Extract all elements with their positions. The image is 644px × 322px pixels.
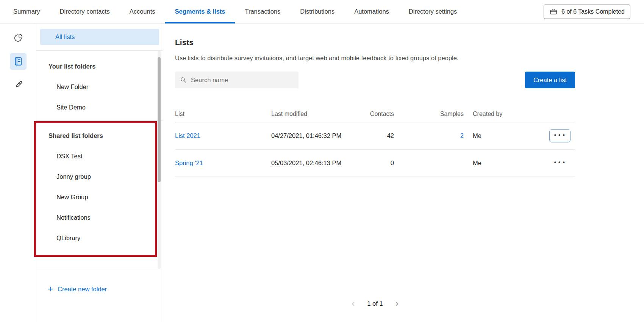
lists-table: List Last modified Contacts Samples Crea… [175,106,575,177]
folder-item-jonny-group[interactable]: Jonny group [36,166,163,187]
tools-button[interactable] [10,77,27,93]
sidebar-footer: + Create new folder [36,269,163,322]
table-header-row: List Last modified Contacts Samples Crea… [175,106,575,122]
your-list-folders-section: Your list folders New Folder Site Demo [36,51,163,117]
tab-transactions[interactable]: Transactions [235,0,290,23]
search-box[interactable] [175,72,299,88]
shared-list-folders-heading: Shared list folders [36,125,163,146]
your-list-folders-heading: Your list folders [36,56,163,77]
folder-item-qlibrary[interactable]: QLibrary [36,228,163,248]
tasks-completed-label: 6 of 6 Tasks Completed [561,8,625,15]
tab-segments-and-lists[interactable]: Segments & lists [165,0,235,23]
tab-directory-contacts[interactable]: Directory contacts [50,0,120,23]
sidebar-scrollbar-thumb[interactable] [158,57,161,182]
page-indicator: 1 of 1 [367,300,383,307]
tab-accounts[interactable]: Accounts [120,0,165,23]
column-header-created-by: Created by [464,111,545,117]
search-icon [180,76,187,84]
table-row: Spring '21 05/03/2021, 02:46:13 PM 0 Me … [175,150,575,177]
plus-icon: + [48,284,53,294]
page-title: Lists [175,38,630,47]
list-toolbar: Create a list [175,72,575,88]
lists-main-panel: Lists Use lists to distribute survey inv… [164,23,644,322]
row-actions: ••• [545,129,575,142]
list-name-link[interactable]: List 2021 [175,132,271,139]
shared-list-folders-section: Shared list folders DSX Test Jonny group… [36,121,163,248]
last-modified-cell: 04/27/2021, 01:46:32 PM [271,132,365,139]
lists-notebook-button[interactable] [10,53,27,70]
segments-pie-chart-button[interactable] [10,30,27,46]
eyedropper-icon [13,80,23,90]
last-modified-cell: 05/03/2021, 02:46:13 PM [271,159,365,167]
pagination: ‹ 1 of 1 › [175,299,575,308]
tab-bar: Summary Directory contacts Accounts Segm… [13,0,467,23]
folder-item-notifications[interactable]: Notifications [36,207,163,228]
previous-page-chevron[interactable]: ‹ [350,299,356,308]
column-header-last-modified: Last modified [271,111,365,117]
row-options-ellipsis-button[interactable]: ••• [549,129,571,142]
column-header-samples: Samples [394,111,464,117]
contacts-cell: 0 [365,159,394,167]
folder-item-new-folder[interactable]: New Folder [36,77,163,97]
briefcase-icon [549,8,558,16]
column-header-list: List [175,111,271,117]
create-new-folder-button[interactable]: + Create new folder [48,284,107,294]
row-options-ellipsis-button[interactable]: ••• [550,158,570,169]
pie-chart-icon [13,33,23,43]
search-input[interactable] [191,77,294,84]
contacts-cell: 42 [365,132,394,139]
created-by-cell: Me [464,159,545,167]
top-navigation: Summary Directory contacts Accounts Segm… [0,0,644,23]
create-new-folder-label: Create new folder [58,286,107,293]
folder-item-new-group[interactable]: New Group [36,187,163,207]
tab-summary[interactable]: Summary [13,0,50,23]
tab-automations[interactable]: Automations [344,0,399,23]
notebook-icon [13,56,23,66]
created-by-cell: Me [464,132,545,139]
column-header-contacts: Contacts [365,111,394,117]
table-row: List 2021 04/27/2021, 01:46:32 PM 42 2 M… [175,122,575,150]
row-actions: ••• [545,158,575,169]
tab-directory-settings[interactable]: Directory settings [399,0,467,23]
sidebar-scrollbar[interactable] [158,51,161,269]
sidebar-item-all-lists[interactable]: All lists [40,29,159,45]
folder-list: Your list folders New Folder Site Demo S… [36,50,163,269]
folder-item-site-demo[interactable]: Site Demo [36,97,163,117]
icon-rail [0,23,36,322]
lists-sidebar: All lists Your list folders New Folder S… [36,23,163,322]
tab-distributions[interactable]: Distributions [290,0,344,23]
samples-link[interactable]: 2 [394,132,464,139]
folder-item-dsx-test[interactable]: DSX Test [36,146,163,166]
tasks-completed-button[interactable]: 6 of 6 Tasks Completed [544,5,630,19]
list-name-link[interactable]: Spring '21 [175,159,271,167]
page-description: Use lists to distribute survey invitatio… [175,55,630,62]
next-page-chevron[interactable]: › [394,299,400,308]
create-a-list-button[interactable]: Create a list [525,72,575,88]
